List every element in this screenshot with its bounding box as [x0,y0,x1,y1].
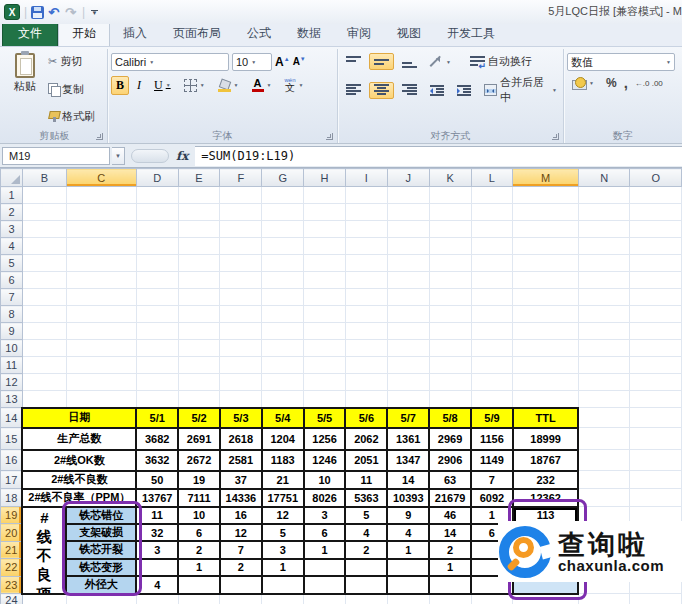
cell[interactable]: 18999 [513,428,579,450]
defect-label[interactable]: 铁芯变形 [66,559,136,576]
cell[interactable] [262,255,304,272]
cell[interactable] [304,340,346,357]
cell[interactable] [136,306,178,323]
cell[interactable] [578,187,629,204]
cell[interactable] [22,255,66,272]
cell[interactable] [220,306,262,323]
cell[interactable] [66,272,136,289]
cell[interactable]: 2 [178,541,220,558]
column-header-L[interactable]: L [471,169,513,187]
row-header-6[interactable]: 6 [1,272,23,289]
undo-icon[interactable]: ↶ [48,6,59,19]
cell[interactable]: 4 [136,576,178,593]
cell[interactable] [578,374,629,391]
cell[interactable] [513,221,579,238]
cell[interactable]: 63 [429,471,471,489]
borders-button[interactable] [179,77,210,94]
paste-button[interactable]: 粘贴 [5,51,45,129]
cell[interactable] [220,357,262,374]
cell[interactable]: 2 [429,541,471,558]
cell[interactable] [630,289,682,306]
cell[interactable]: 6 [304,524,346,541]
cell[interactable] [262,576,304,593]
clipboard-dialog-launcher-icon[interactable] [96,133,103,140]
cell[interactable] [578,489,629,507]
column-header-G[interactable]: G [262,169,304,187]
cell[interactable] [471,289,513,306]
cell[interactable] [136,187,178,204]
column-header-I[interactable]: I [345,169,387,187]
cell[interactable] [471,204,513,221]
cell[interactable]: 1256 [304,428,346,450]
tab-page-layout[interactable]: 页面布局 [160,22,234,46]
cell[interactable] [387,221,429,238]
cell[interactable] [630,238,682,255]
cell[interactable] [304,289,346,306]
cell[interactable] [178,306,220,323]
column-header-O[interactable]: O [630,169,682,187]
cell[interactable] [262,357,304,374]
cell[interactable] [66,357,136,374]
percent-style-icon[interactable]: % [606,76,617,90]
cell[interactable] [304,559,346,576]
underline-button[interactable]: U [149,76,176,95]
cell[interactable] [471,391,513,408]
cell[interactable]: 1 [262,559,304,576]
cell[interactable] [429,204,471,221]
cell[interactable] [66,187,136,204]
cell[interactable] [471,340,513,357]
cell[interactable] [578,357,629,374]
cell[interactable] [262,306,304,323]
cell[interactable] [178,576,220,593]
cell[interactable] [387,238,429,255]
cell[interactable]: 1149 [471,450,513,471]
cell[interactable] [220,204,262,221]
tab-home[interactable]: 开始 [58,21,110,46]
cell[interactable] [387,594,429,604]
alignment-dialog-launcher-icon[interactable] [552,133,559,140]
cell[interactable]: 7 [471,471,513,489]
cell[interactable] [66,594,136,604]
align-middle-button[interactable] [369,53,394,70]
column-header-E[interactable]: E [178,169,220,187]
cell[interactable]: 14 [429,524,471,541]
cell[interactable] [578,289,629,306]
cell[interactable]: 11 [136,507,178,524]
cell[interactable] [471,374,513,391]
font-size-combo[interactable]: 10 [232,53,272,71]
redo-icon[interactable]: ↷ [65,6,76,19]
cell[interactable] [178,357,220,374]
row-header-2[interactable]: 2 [1,204,23,221]
cell[interactable] [136,255,178,272]
cell[interactable] [22,374,66,391]
cell[interactable]: 10393 [387,489,429,507]
cell[interactable] [387,272,429,289]
cell[interactable]: 4 [345,524,387,541]
cell[interactable] [429,576,471,593]
cell[interactable] [387,576,429,593]
cell[interactable] [429,238,471,255]
cell[interactable] [345,255,387,272]
cell[interactable]: 12362 [513,489,579,507]
cell[interactable]: 6092 [471,489,513,507]
row-header-16[interactable]: 16 [1,450,23,471]
cell[interactable]: 1347 [387,450,429,471]
cell[interactable]: 3 [262,541,304,558]
cell[interactable] [178,204,220,221]
column-header-H[interactable]: H [304,169,346,187]
cell[interactable] [345,374,387,391]
cell[interactable]: 1 [429,559,471,576]
cell[interactable]: 1 [387,541,429,558]
cell[interactable]: 13767 [136,489,178,507]
cell[interactable] [178,391,220,408]
cell[interactable] [387,255,429,272]
cell[interactable]: 9 [387,507,429,524]
cell[interactable] [22,340,66,357]
row-header-10[interactable]: 10 [1,340,23,357]
cell[interactable]: 2618 [220,428,262,450]
cell[interactable] [429,340,471,357]
cell[interactable] [262,204,304,221]
cell[interactable] [262,272,304,289]
cell[interactable] [387,306,429,323]
cell[interactable] [513,357,579,374]
